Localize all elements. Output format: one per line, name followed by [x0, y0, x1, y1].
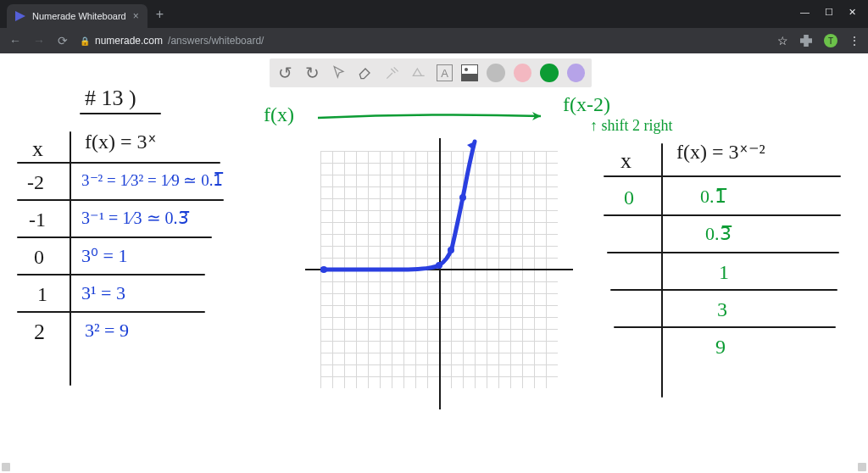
rule	[17, 162, 220, 164]
left-header-x: x	[32, 138, 43, 160]
fx-label: f(x)	[264, 104, 294, 125]
pointer-tool-icon[interactable]	[330, 64, 348, 82]
rule	[607, 252, 839, 253]
left-x-2: 0	[34, 247, 44, 267]
tab-title: Numerade Whiteboard	[32, 11, 126, 21]
shift-note: ↑ shift 2 right	[590, 118, 673, 133]
fx-shifted-label: f(x-2)	[563, 94, 610, 114]
whiteboard-toolbar: ↺ ↻ A	[270, 58, 592, 87]
rule	[604, 214, 841, 216]
browser-tab[interactable]: Numerade Whiteboard ×	[7, 4, 147, 28]
url-path: /answers/whiteboard/	[168, 35, 264, 47]
color-swatch-pink[interactable]	[514, 64, 531, 82]
undo-button[interactable]: ↺	[276, 64, 294, 82]
back-button[interactable]: ←	[8, 34, 22, 47]
right-f-4: 9	[715, 337, 726, 357]
rule	[17, 311, 205, 313]
right-f-0: 0.1̅	[700, 187, 726, 206]
close-window-icon[interactable]: ✕	[849, 7, 856, 18]
scroll-indicator	[858, 463, 866, 471]
rule	[17, 274, 205, 275]
rule	[17, 199, 224, 201]
text-tool-icon[interactable]: A	[437, 64, 453, 81]
svg-point-0	[320, 266, 327, 273]
menu-dots-icon[interactable]: ⋮	[849, 35, 860, 47]
svg-point-3	[459, 194, 466, 201]
minimize-icon[interactable]: —	[800, 7, 810, 18]
rule	[614, 326, 836, 328]
clear-tool-icon[interactable]	[409, 64, 427, 82]
left-x-4: 2	[34, 321, 45, 343]
browser-titlebar: Numerade Whiteboard × + — ☐ ✕	[0, 0, 868, 28]
right-f-3: 3	[717, 299, 727, 320]
left-f-3: 3¹ = 3	[81, 284, 125, 303]
profile-avatar[interactable]: T	[824, 34, 837, 47]
color-swatch-green[interactable]	[540, 64, 558, 82]
problem-number: # 13 )	[85, 87, 136, 109]
color-swatch-gray[interactable]	[487, 64, 504, 82]
left-x-0: -2	[27, 172, 44, 192]
right-header-x: x	[620, 150, 632, 172]
scroll-indicator	[2, 463, 10, 471]
bookmark-star-icon[interactable]: ☆	[777, 34, 788, 47]
arrow-icon	[314, 106, 551, 128]
tab-close-icon[interactable]: ×	[133, 10, 139, 22]
graph-curve	[320, 138, 558, 392]
window-controls: — ☐ ✕	[788, 0, 868, 18]
left-f-1: 3⁻¹ = 1⁄3 ≃ 0.3̅	[81, 209, 189, 226]
new-tab-button[interactable]: +	[147, 7, 172, 22]
browser-address-bar: ← → ⟳ 🔒 numerade.com/answers/whiteboard/…	[0, 28, 868, 53]
tab-favicon	[15, 11, 25, 21]
redo-button[interactable]: ↻	[303, 64, 320, 82]
forward-button[interactable]: →	[32, 34, 46, 47]
left-f-4: 3² = 9	[85, 321, 129, 340]
right-f-2: 1	[719, 262, 729, 282]
url-display[interactable]: 🔒 numerade.com/answers/whiteboard/	[80, 35, 264, 47]
rule	[610, 289, 837, 291]
url-host: numerade.com	[95, 35, 163, 47]
underline-rule	[80, 113, 161, 114]
whiteboard-canvas[interactable]: ↺ ↻ A # 13 ) f(x) f(x-2) ↑ shift 2 right…	[0, 53, 868, 473]
maximize-icon[interactable]: ☐	[825, 7, 833, 18]
right-x-0: 0	[624, 187, 634, 208]
svg-point-1	[436, 262, 442, 269]
left-f-2: 3⁰ = 1	[81, 247, 127, 265]
left-f-0: 3⁻² = 1⁄3² = 1⁄9 ≃ 0.1̅	[81, 172, 223, 188]
left-table-divider	[70, 131, 71, 386]
rule	[17, 236, 212, 238]
left-x-3: 1	[37, 284, 47, 304]
right-f-1: 0.3̅	[705, 225, 732, 243]
tools-icon[interactable]	[383, 64, 401, 82]
extensions-icon[interactable]	[800, 35, 812, 47]
eraser-tool-icon[interactable]	[356, 64, 374, 82]
image-tool-icon[interactable]	[461, 64, 478, 81]
left-x-1: -1	[29, 209, 46, 230]
reload-button[interactable]: ⟳	[56, 34, 70, 47]
lock-icon: 🔒	[80, 36, 90, 46]
right-table-divider	[661, 143, 663, 398]
color-swatch-purple[interactable]	[567, 64, 585, 82]
svg-point-2	[448, 247, 454, 253]
rule	[604, 175, 841, 177]
left-header-fx: f(x) = 3ˣ	[85, 131, 157, 152]
right-header-fx: f(x) = 3ˣ⁻²	[676, 142, 765, 162]
